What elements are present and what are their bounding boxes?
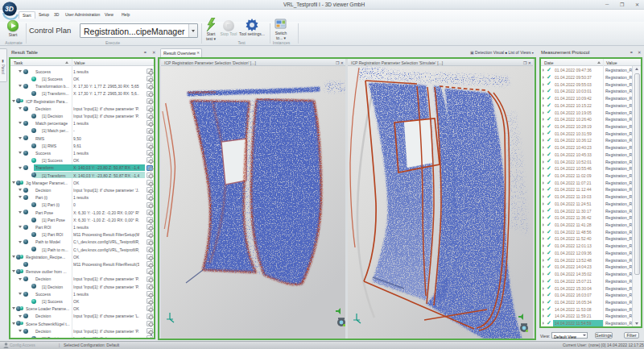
svg-text:3D: 3D bbox=[5, 5, 14, 13]
